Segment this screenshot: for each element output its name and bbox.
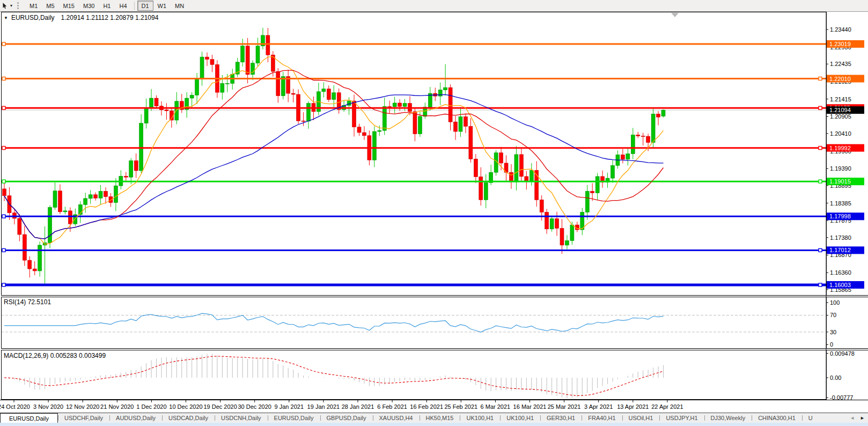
tab-partial[interactable]: U: [802, 413, 819, 423]
hline-price-badge: 1.19992: [827, 144, 864, 152]
timeframe-m5[interactable]: M5: [42, 1, 58, 11]
hline-price-badge: 1.19015: [827, 178, 864, 185]
timeframe-w1[interactable]: W1: [153, 1, 171, 11]
ohlc-readout: 1.20914 1.21112 1.20879 1.21094: [61, 14, 159, 21]
dropdown-caret-icon[interactable]: ▾: [10, 3, 12, 8]
macd-indicator-label: MACD(12,26,9) 0.005283 0.003499: [4, 352, 106, 359]
timeframe-h4[interactable]: H4: [115, 1, 131, 11]
chart-symbol-label: EURUSD,Daily: [11, 14, 55, 21]
timeframe-m15[interactable]: M15: [59, 1, 79, 11]
toolbar-grip[interactable]: [17, 2, 20, 9]
svg-text:1.16360: 1.16360: [830, 269, 851, 276]
svg-text:1.19015: 1.19015: [829, 178, 851, 185]
svg-text:1.23019: 1.23019: [829, 41, 851, 47]
symbol-tabbar: EURUSD,Daily USDCHF,Daily AUDUSD,Daily U…: [0, 413, 868, 423]
tab-usdcad-daily[interactable]: USDCAD,Daily: [162, 413, 215, 423]
chart-title: ▼ EURUSD,Daily 1.20914 1.21112 1.20879 1…: [4, 14, 158, 21]
hline-right-handle: [819, 77, 822, 80]
tab-xauusd-h4[interactable]: XAUUSD,H4: [373, 413, 420, 423]
tab-audusd-daily[interactable]: AUDUSD,Daily: [109, 413, 162, 423]
hline-price-badge: 1.23019: [827, 40, 864, 48]
chart-canvas[interactable]: 1.234401.229301.224351.219251.214151.209…: [0, 0, 868, 426]
hline-left-handle: [2, 106, 5, 109]
terminal-window: ▾ M1 M5 M15 M30 H1 H4 D1 W1 MN 1.234401.…: [0, 0, 868, 426]
svg-text:3 Nov 2020: 3 Nov 2020: [33, 403, 63, 410]
svg-text:19 Jan 2021: 19 Jan 2021: [307, 403, 340, 410]
status-strip: [0, 423, 868, 426]
svg-text:100: 100: [830, 299, 840, 306]
tab-gbpusd-daily[interactable]: GBPUSD,Daily: [320, 413, 373, 423]
svg-text:1.23440: 1.23440: [830, 26, 851, 33]
tab-ger30-h1[interactable]: GER30,H1: [540, 413, 582, 423]
svg-text:19 Dec 2020: 19 Dec 2020: [203, 403, 237, 410]
tab-hk50-m15[interactable]: HK50,M15: [420, 413, 460, 423]
svg-text:1.22010: 1.22010: [829, 76, 851, 82]
hline-left-handle: [2, 180, 5, 183]
hline-right-handle: [819, 146, 822, 150]
tab-usdjpy-h1[interactable]: USDJPY,H1: [659, 413, 704, 423]
tab-fra40-h1[interactable]: FRA40,H1: [582, 413, 622, 423]
svg-text:6 Mar 2021: 6 Mar 2021: [481, 403, 511, 410]
svg-text:9 Jan 2021: 9 Jan 2021: [275, 403, 304, 410]
svg-text:1.19390: 1.19390: [830, 165, 851, 172]
hline-right-handle: [819, 180, 822, 183]
svg-text:1.22435: 1.22435: [830, 61, 851, 67]
svg-text:6 Feb 2021: 6 Feb 2021: [377, 403, 407, 410]
tab-usoil-h1[interactable]: USOil,H1: [622, 413, 660, 423]
toolbar-separator: [134, 2, 135, 10]
svg-text:3 Apr 2021: 3 Apr 2021: [584, 403, 613, 410]
cursor-tool-button[interactable]: ▾: [0, 1, 14, 11]
collapse-arrow-icon[interactable]: ▼: [4, 16, 8, 20]
svg-text:21 Nov 2020: 21 Nov 2020: [100, 403, 134, 410]
tab-scroll-left-icon[interactable]: ◄: [850, 415, 855, 421]
svg-text:1.17380: 1.17380: [830, 234, 851, 241]
current-price-badge: 1.21094: [827, 106, 864, 114]
hline-left-handle: [2, 77, 5, 80]
cursor-icon: [2, 2, 9, 10]
hline-right-handle: [819, 283, 822, 287]
svg-text:0: 0: [830, 341, 833, 348]
svg-text:24 Oct 2020: 24 Oct 2020: [0, 403, 30, 410]
svg-text:1.18385: 1.18385: [830, 200, 851, 207]
svg-text:1.20905: 1.20905: [830, 113, 851, 120]
svg-text:30 Dec 2020: 30 Dec 2020: [238, 403, 271, 410]
hline-left-handle: [2, 146, 5, 150]
tab-china300-h1[interactable]: CHINA300,H1: [752, 413, 802, 423]
svg-text:1 Dec 2020: 1 Dec 2020: [136, 403, 166, 410]
tab-uk100-h1-2[interactable]: UK100,H1: [500, 413, 540, 423]
svg-text:16 Feb 2021: 16 Feb 2021: [410, 403, 443, 410]
svg-text:12 Nov 2020: 12 Nov 2020: [66, 403, 99, 410]
timeframe-mn[interactable]: MN: [171, 1, 188, 11]
timeframe-m1[interactable]: M1: [25, 1, 42, 11]
tab-uk100-h1[interactable]: UK100,H1: [460, 413, 500, 423]
svg-text:16 Mar 2021: 16 Mar 2021: [513, 403, 547, 410]
svg-text:1.17012: 1.17012: [829, 247, 851, 253]
hline-left-handle: [2, 283, 5, 287]
tab-dj30-weekly[interactable]: DJ30,Weekly: [704, 413, 752, 423]
hline-price-badge: 1.22010: [827, 75, 864, 83]
svg-text:0.009478: 0.009478: [830, 350, 855, 357]
date-axis: 24 Oct 20203 Nov 202012 Nov 202021 Nov 2…: [0, 400, 683, 410]
svg-text:22 Apr 2021: 22 Apr 2021: [651, 403, 683, 410]
tab-eurusd-daily-2[interactable]: EURUSD,Daily: [268, 413, 320, 423]
hline-left-handle: [2, 42, 5, 46]
tab-usdchf-daily[interactable]: USDCHF,Daily: [58, 413, 109, 423]
svg-text:0.00: 0.00: [830, 374, 841, 381]
svg-text:1.21415: 1.21415: [830, 96, 851, 102]
svg-text:1.17998: 1.17998: [829, 213, 851, 219]
timeframe-h1[interactable]: H1: [99, 1, 115, 11]
timeframe-m30[interactable]: M30: [79, 1, 99, 11]
tab-usdcnh-daily[interactable]: USDCNH,Daily: [215, 413, 268, 423]
svg-text:28 Jan 2021: 28 Jan 2021: [342, 403, 374, 410]
svg-text:25 Feb 2021: 25 Feb 2021: [444, 403, 477, 410]
svg-text:1.21094: 1.21094: [829, 107, 851, 113]
svg-text:70: 70: [830, 312, 836, 318]
hline-1.16003[interactable]: [1, 283, 826, 287]
hline-left-handle: [2, 215, 5, 218]
tab-eurusd-daily[interactable]: EURUSD,Daily: [0, 413, 58, 423]
tab-scroll-right-icon[interactable]: ►: [860, 415, 865, 421]
timeframe-d1[interactable]: D1: [137, 1, 153, 11]
svg-text:1.20410: 1.20410: [830, 130, 851, 137]
svg-text:1.16003: 1.16003: [829, 282, 851, 288]
hline-price-badge: 1.17012: [827, 246, 864, 254]
